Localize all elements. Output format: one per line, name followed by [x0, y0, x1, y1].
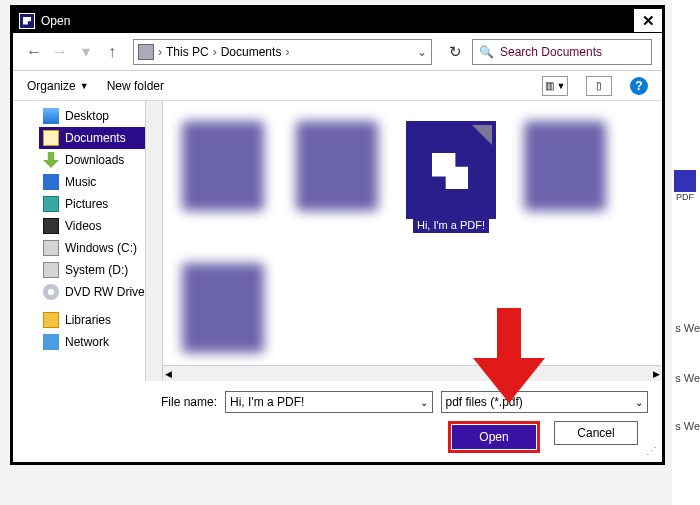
- chevron-right-icon: ›: [213, 45, 217, 59]
- tree-item-label: Libraries: [65, 313, 111, 327]
- tree-item-label: Downloads: [65, 153, 124, 167]
- folder-icon: [43, 152, 59, 168]
- folder-icon: [43, 240, 59, 256]
- file-item[interactable]: [515, 121, 615, 233]
- tree-item-network[interactable]: Network: [39, 331, 160, 353]
- file-list[interactable]: Hi, I'm a PDF! ◀▶: [163, 101, 662, 381]
- tree-item-videos[interactable]: Videos: [39, 215, 160, 237]
- tree-item-label: Network: [65, 335, 109, 349]
- folder-icon: [43, 130, 59, 146]
- up-button[interactable]: ↑: [101, 39, 123, 65]
- tree-item-label: Pictures: [65, 197, 108, 211]
- close-button[interactable]: ✕: [634, 9, 662, 32]
- app-icon: [19, 13, 35, 29]
- file-item[interactable]: [287, 121, 387, 233]
- annotation-highlight: Open: [448, 421, 540, 453]
- recent-dropdown[interactable]: ▾: [75, 39, 97, 65]
- new-folder-button[interactable]: New folder: [107, 79, 164, 93]
- bottom-panel: File name: Hi, I'm a PDF!⌄ pdf files (*.…: [13, 381, 662, 453]
- folder-icon: [43, 334, 59, 350]
- nav-bar: ← → ▾ ↑ › This PC › Documents › ⌄ ↻ Sear…: [13, 33, 662, 71]
- dialog-title: Open: [41, 14, 70, 28]
- file-item-selected[interactable]: Hi, I'm a PDF!: [401, 121, 501, 233]
- tree-item-documents[interactable]: Documents: [39, 127, 160, 149]
- folder-icon: [43, 312, 59, 328]
- folder-icon: [43, 108, 59, 124]
- preview-pane-button[interactable]: ▯: [586, 76, 612, 96]
- forward-button[interactable]: →: [49, 39, 71, 65]
- breadcrumb-seg[interactable]: This PC: [166, 45, 209, 59]
- tree-item-label: Documents: [65, 131, 126, 145]
- tree-item-label: DVD RW Drive: [65, 285, 145, 299]
- background-pdf-icon: PDF: [673, 170, 697, 220]
- search-placeholder: Search Documents: [500, 45, 602, 59]
- tree-item-pictures[interactable]: Pictures: [39, 193, 160, 215]
- folder-icon: [43, 218, 59, 234]
- file-item[interactable]: [173, 263, 273, 353]
- view-mode-button[interactable]: ▥▼: [542, 76, 568, 96]
- file-item[interactable]: [173, 121, 273, 233]
- tree-item-windows-c-[interactable]: Windows (C:): [39, 237, 160, 259]
- open-button[interactable]: Open: [452, 425, 536, 449]
- file-label: Hi, I'm a PDF!: [413, 217, 489, 233]
- breadcrumb[interactable]: › This PC › Documents › ⌄: [133, 39, 432, 65]
- tree-item-dvd-rw-drive[interactable]: DVD RW Drive: [39, 281, 160, 303]
- tree-item-label: System (D:): [65, 263, 128, 277]
- scroll-up-button[interactable]: ▲: [146, 101, 162, 117]
- folder-icon: [43, 174, 59, 190]
- background-text: s We: [675, 372, 700, 384]
- chevron-right-icon: ›: [285, 45, 289, 59]
- organize-menu[interactable]: Organize▼: [27, 79, 89, 93]
- help-icon[interactable]: ?: [630, 77, 648, 95]
- folder-icon: [43, 284, 59, 300]
- filetype-dropdown[interactable]: pdf files (*.pdf)⌄: [441, 391, 649, 413]
- horizontal-scrollbar[interactable]: ◀▶: [163, 365, 662, 381]
- tree-item-music[interactable]: Music: [39, 171, 160, 193]
- folder-icon: [43, 262, 59, 278]
- search-input[interactable]: Search Documents: [472, 39, 652, 65]
- tree-item-libraries[interactable]: Libraries: [39, 309, 160, 331]
- content-area: ▲ DesktopDocumentsDownloadsMusicPictures…: [13, 101, 662, 381]
- tree-item-system-d-[interactable]: System (D:): [39, 259, 160, 281]
- breadcrumb-seg[interactable]: Documents: [221, 45, 282, 59]
- tree-item-label: Windows (C:): [65, 241, 137, 255]
- chevron-right-icon: ›: [158, 45, 162, 59]
- pc-icon: [138, 44, 154, 60]
- resize-grip[interactable]: ⋰: [646, 445, 657, 458]
- back-button[interactable]: ←: [23, 39, 45, 65]
- title-bar: Open ✕: [13, 8, 662, 33]
- scroll-down-button[interactable]: ▼: [146, 365, 162, 381]
- cancel-button[interactable]: Cancel: [554, 421, 638, 445]
- filename-input[interactable]: Hi, I'm a PDF!⌄: [225, 391, 433, 413]
- open-dialog: Open ✕ ← → ▾ ↑ › This PC › Documents › ⌄…: [10, 5, 665, 465]
- tree-item-downloads[interactable]: Downloads: [39, 149, 160, 171]
- refresh-button[interactable]: ↻: [442, 39, 468, 65]
- background-text: s We: [675, 420, 700, 432]
- toolbar: Organize▼ New folder ▥▼ ▯ ?: [13, 71, 662, 101]
- tree-item-desktop[interactable]: Desktop: [39, 105, 160, 127]
- tree-item-label: Music: [65, 175, 96, 189]
- filename-label: File name:: [27, 395, 217, 409]
- search-icon: [479, 45, 494, 59]
- breadcrumb-dropdown[interactable]: ⌄: [417, 45, 427, 59]
- folder-icon: [43, 196, 59, 212]
- folder-tree: ▲ DesktopDocumentsDownloadsMusicPictures…: [13, 101, 163, 381]
- tree-item-label: Desktop: [65, 109, 109, 123]
- tree-item-label: Videos: [65, 219, 101, 233]
- background-text: s We: [675, 322, 700, 334]
